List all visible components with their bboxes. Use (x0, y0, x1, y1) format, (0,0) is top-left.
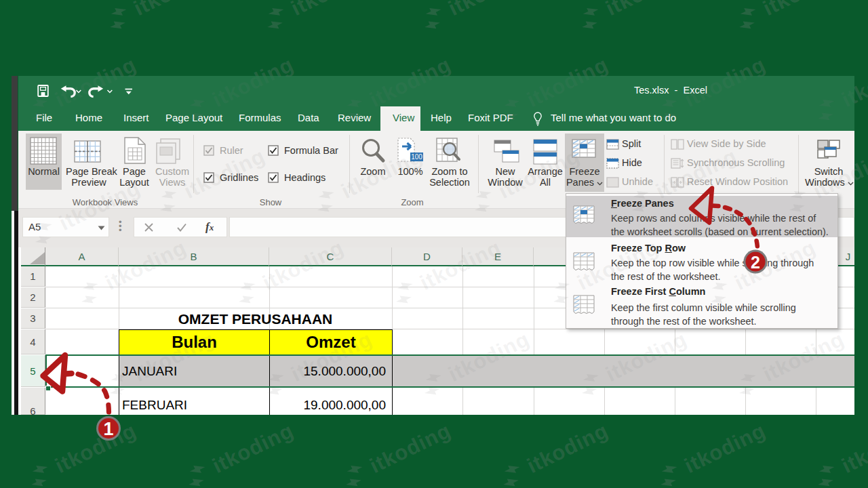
svg-text:1: 1 (103, 419, 113, 439)
svg-text:100: 100 (411, 153, 422, 161)
